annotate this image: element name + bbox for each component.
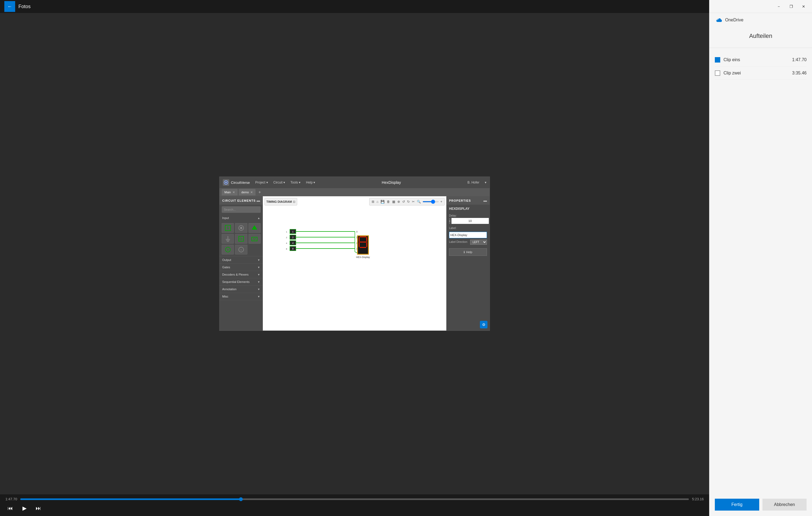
cv-tab-demo-label: demo [241, 191, 249, 194]
clip-item-1-left: Clip eins [715, 57, 740, 62]
back-icon: ← [7, 4, 12, 9]
progress-bar-fill [20, 498, 241, 500]
cv-props-label-input[interactable] [449, 232, 487, 238]
cv-props-help-btn[interactable]: ℹ Help [449, 248, 487, 256]
step-forward-icon: ⏭ [36, 505, 41, 511]
cv-props-title: PROPERTIES [449, 199, 471, 202]
cv-tab-main-close[interactable]: ✕ [232, 191, 235, 194]
cv-element-vcc[interactable]: 0 [222, 245, 234, 255]
circuit-svg: 1 1 2 2 4 4 8 [277, 210, 446, 305]
toolbar-layout-icon[interactable]: ▦ [392, 199, 396, 204]
cv-props-label-title: Label: [449, 227, 487, 230]
toolbar-cut-icon[interactable]: ✂ [411, 199, 415, 204]
onedrive-icon [715, 17, 722, 23]
cv-tab-demo-close[interactable]: ✕ [250, 191, 253, 194]
toolbar-undo-icon[interactable]: ↺ [402, 199, 405, 204]
timing-diagram-expand-icon[interactable]: ⊡ [293, 200, 295, 204]
svg-marker-6 [252, 225, 257, 230]
cv-section-annotation-header[interactable]: Annotation ▼ [220, 286, 263, 293]
cv-props-direction-row: Label Direction: LEFT RIGHT [446, 238, 490, 246]
close-button[interactable]: ✕ [798, 2, 810, 11]
cv-tab-main[interactable]: Main ✕ [222, 189, 238, 196]
svg-text:2: 2 [286, 236, 287, 239]
toolbar-grid-icon[interactable]: ⊞ [371, 199, 375, 204]
cv-section-gates-header[interactable]: Gates ▼ [220, 264, 263, 271]
cv-element-round-btn[interactable] [235, 223, 247, 233]
play-button[interactable]: ▶ [20, 503, 29, 513]
cv-props-help-label: Help [466, 251, 472, 254]
cv-sidebar-header: CIRCUIT ELEMENTS ▬ [220, 196, 263, 205]
nav-help[interactable]: Help ▾ [306, 180, 315, 184]
toolbar-connect-icon[interactable]: ⊕ [397, 199, 401, 204]
cv-props-collapse-btn[interactable]: ▬ [484, 198, 487, 202]
toolbar-redo-icon[interactable]: ↻ [407, 199, 410, 204]
cv-element-vss[interactable]: o [235, 245, 247, 255]
toolbar-plus-icon[interactable]: + [440, 199, 443, 204]
clip-1-checkbox[interactable] [715, 57, 720, 62]
cv-tab-add-button[interactable]: + [257, 189, 263, 195]
cv-section-input-header[interactable]: Input ▲ [220, 214, 263, 222]
nav-user-arrow[interactable]: ▾ [485, 180, 486, 184]
zoom-slider[interactable] [423, 201, 439, 202]
cv-element-button[interactable]: 1 [222, 223, 234, 233]
skip-back-button[interactable]: ⏮ [5, 503, 15, 513]
toolbar-trash-icon[interactable]: 🗑 [386, 199, 390, 204]
cv-props-delay-minus[interactable]: - [449, 218, 451, 224]
titlebar: − ❐ ✕ [709, 0, 812, 13]
maximize-button[interactable]: ❐ [785, 2, 798, 11]
cv-section-misc-header[interactable]: Misc ▼ [220, 293, 263, 300]
toolbar-home-icon[interactable]: ⌂ [376, 199, 379, 204]
cv-section-sequential-arrow: ▼ [257, 281, 260, 283]
cv-section-output-arrow: ▼ [257, 259, 260, 261]
nav-tools[interactable]: Tools ▾ [290, 180, 300, 184]
nav-circuit[interactable]: Circuit ▾ [273, 180, 285, 184]
clip-list: Clip eins 1:47.70 Clip zwei 3:35.46 [709, 48, 812, 85]
cv-section-decoders: Decoders & Plexers ▼ [220, 271, 263, 278]
cv-bottom-icon[interactable]: ⚙ [480, 321, 488, 328]
cv-props-delay-label: Delay: [449, 214, 487, 217]
svg-text:4: 4 [286, 242, 287, 245]
cv-sidebar-collapse-btn[interactable]: ▬ [257, 198, 260, 202]
toolbar-zoom-icon[interactable]: 🔍 [416, 199, 422, 204]
back-button[interactable]: ← [4, 1, 15, 12]
clip-1-duration: 1:47.70 [792, 57, 807, 62]
cv-section-annotation-arrow: ▼ [257, 288, 260, 291]
svg-text:o: o [240, 249, 242, 251]
cv-timing-label: TIMING DIAGRAM [266, 200, 292, 203]
cv-section-decoders-header[interactable]: Decoders & Plexers ▼ [220, 271, 263, 278]
cv-section-sequential-header[interactable]: Sequential Elements ▼ [220, 278, 263, 285]
fertig-button[interactable]: Fertig [715, 499, 759, 511]
cv-props-delay-row: Delay: - + [446, 213, 490, 225]
svg-point-1 [225, 182, 227, 183]
step-forward-button[interactable]: ⏭ [34, 503, 43, 513]
nav-project[interactable]: Project ▾ [255, 180, 268, 184]
progress-bar-track[interactable] [20, 498, 689, 500]
cv-search-input[interactable] [222, 206, 261, 213]
cv-props-delay-value[interactable] [452, 218, 489, 224]
progress-thumb[interactable] [239, 497, 243, 501]
screenshot-frame: CircuitVerse Project ▾ Circuit ▾ Tools ▾… [219, 176, 490, 331]
cv-canvas[interactable]: TIMING DIAGRAM ⊡ ⊞ ⌂ 💾 🗑 ▦ ⊕ ↺ ↻ [263, 196, 446, 331]
current-time: 1:47.70 [5, 497, 17, 501]
cv-element-const[interactable]: 0+ [235, 234, 247, 243]
cv-tab-demo[interactable]: demo ✕ [239, 189, 256, 196]
abbrechen-button[interactable]: Abbrechen [762, 499, 807, 511]
minimize-button[interactable]: − [773, 2, 785, 11]
cv-nav-title: HexDisplay [320, 180, 462, 184]
svg-text:8: 8 [292, 248, 293, 250]
cv-section-output-header[interactable]: Output ▼ [220, 256, 263, 263]
cv-element-ground[interactable] [222, 234, 234, 243]
cv-element-arrow-up[interactable] [249, 223, 261, 233]
play-icon: ▶ [23, 505, 27, 511]
cv-section-output: Output ▼ [220, 256, 263, 264]
svg-text:1: 1 [286, 231, 287, 233]
cv-tab-main-label: Main [224, 191, 231, 194]
cv-props-direction-select[interactable]: LEFT RIGHT [470, 239, 487, 245]
svg-point-5 [240, 227, 242, 229]
cv-tabs: Main ✕ demo ✕ + [220, 188, 490, 196]
toolbar-save-icon[interactable]: 💾 [380, 199, 385, 204]
clip-item-1: Clip eins 1:47.70 [715, 53, 807, 66]
cv-element-number[interactable]: 5f [249, 234, 261, 243]
svg-text:0+: 0+ [239, 237, 243, 240]
clip-2-checkbox[interactable] [715, 70, 720, 76]
